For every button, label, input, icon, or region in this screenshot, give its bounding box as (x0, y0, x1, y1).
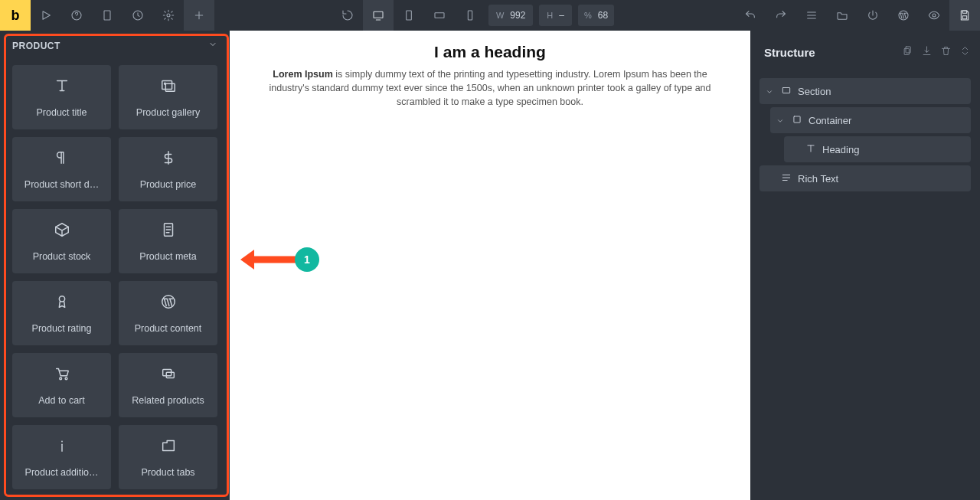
paragraph-icon (54, 149, 70, 168)
tablet-landscape-breakpoint[interactable] (424, 0, 455, 31)
related-products-card[interactable]: Related products (119, 353, 217, 417)
height-field[interactable]: H – (539, 5, 572, 26)
width-field[interactable]: W 992 (488, 5, 533, 26)
product-short-desc-card[interactable]: Product short d… (12, 137, 111, 201)
product-additional-card[interactable]: Product additio… (12, 425, 111, 489)
svg-rect-26 (782, 87, 789, 93)
settings-button[interactable] (153, 0, 184, 31)
height-value: – (559, 10, 564, 21)
reload-button[interactable] (332, 0, 363, 31)
folder-button[interactable] (827, 0, 858, 31)
card-label: Product tabs (135, 467, 201, 478)
collapse-icon[interactable] (959, 45, 971, 59)
tablet-portrait-breakpoint[interactable] (394, 0, 424, 31)
box-icon (54, 221, 70, 240)
svg-point-19 (59, 377, 61, 380)
trash-icon[interactable] (940, 45, 952, 59)
logo[interactable]: b (0, 0, 31, 31)
download-icon[interactable] (921, 45, 933, 59)
elements-panel: PRODUCT Product title Product gallery Pr… (0, 31, 230, 500)
card-label: Product meta (133, 251, 202, 262)
product-content-card[interactable]: Product content (119, 281, 217, 345)
preview-button[interactable] (919, 0, 949, 31)
height-label: H (547, 11, 553, 20)
chevron-down-icon (766, 87, 775, 96)
product-title-card[interactable]: Product title (12, 65, 111, 129)
receipt-icon (160, 221, 177, 240)
product-meta-card[interactable]: Product meta (119, 209, 217, 273)
card-label: Product price (134, 179, 203, 190)
width-label: W (496, 11, 504, 20)
main-area: PRODUCT Product title Product gallery Pr… (0, 31, 980, 500)
tb-center-group: W 992 H – % 68 (332, 0, 617, 31)
card-label: Add to cart (32, 395, 90, 406)
cart-icon (54, 365, 70, 384)
undo-button[interactable] (735, 0, 766, 31)
card-label: Product rating (26, 323, 98, 334)
canvas-text-rest: is simply dummy text of the printing and… (269, 69, 710, 107)
richtext-icon (781, 172, 792, 185)
svg-rect-14 (165, 83, 175, 91)
card-label: Related products (126, 395, 211, 406)
annotation: 1 (237, 247, 319, 273)
info-icon (54, 437, 70, 456)
tb-right-group (735, 0, 980, 31)
svg-point-15 (164, 83, 165, 84)
tree-richtext[interactable]: Rich Text (760, 165, 971, 191)
canvas-inner: I am a heading Lorem Ipsum is simply dum… (230, 31, 750, 115)
svg-point-17 (59, 296, 64, 301)
svg-rect-5 (374, 11, 383, 18)
tabs-icon (160, 437, 177, 456)
svg-rect-22 (166, 372, 174, 377)
card-label: Product stock (27, 251, 97, 262)
power-button[interactable] (858, 0, 888, 31)
list-button[interactable] (796, 0, 827, 31)
card-label: Product gallery (130, 107, 206, 118)
svg-rect-12 (962, 16, 966, 19)
svg-rect-27 (794, 116, 800, 122)
product-stock-card[interactable]: Product stock (12, 209, 111, 273)
overlap-icon (160, 365, 177, 384)
svg-rect-13 (162, 80, 172, 89)
revisions-button[interactable] (122, 0, 153, 31)
add-element-button[interactable] (184, 0, 214, 31)
canvas-paragraph[interactable]: Lorem Ipsum is simply dummy text of the … (260, 67, 720, 109)
product-gallery-card[interactable]: Product gallery (119, 65, 217, 129)
chevron-down-icon (208, 40, 217, 51)
tree-label: Heading (822, 144, 859, 155)
svg-point-20 (65, 377, 67, 380)
chevron-down-icon (776, 116, 786, 125)
tree-section[interactable]: Section (760, 78, 971, 104)
gallery-icon (160, 77, 177, 96)
zoom-value: 68 (598, 10, 608, 21)
desktop-breakpoint[interactable] (363, 0, 394, 31)
mobile-breakpoint[interactable] (455, 0, 485, 31)
svg-rect-11 (962, 11, 966, 13)
canvas-text-strong: Lorem Ipsum (273, 69, 333, 80)
card-label: Product title (30, 107, 93, 118)
copy-icon[interactable] (902, 45, 913, 59)
svg-rect-6 (407, 11, 412, 20)
top-toolbar: b W 992 H – % 68 (0, 0, 980, 31)
product-price-card[interactable]: Product price (119, 137, 217, 201)
redo-button[interactable] (766, 0, 796, 31)
product-tabs-card[interactable]: Product tabs (119, 425, 217, 489)
tree-label: Rich Text (798, 173, 838, 185)
container-icon (792, 114, 802, 127)
canvas-heading[interactable]: I am a heading (260, 43, 720, 61)
svg-point-10 (933, 14, 936, 17)
panel-header[interactable]: PRODUCT (0, 31, 230, 57)
tree-container[interactable]: Container (770, 107, 971, 133)
svg-point-4 (167, 14, 170, 17)
pages-button[interactable] (92, 0, 122, 31)
wordpress-button[interactable] (888, 0, 919, 31)
tree-heading[interactable]: Heading (784, 136, 971, 162)
add-to-cart-card[interactable]: Add to cart (12, 353, 111, 417)
product-rating-card[interactable]: Product rating (12, 281, 111, 345)
card-label: Product short d… (18, 179, 105, 190)
help-button[interactable] (61, 0, 92, 31)
editor-canvas[interactable]: I am a heading Lorem Ipsum is simply dum… (230, 31, 750, 500)
zoom-field[interactable]: % 68 (578, 5, 614, 26)
save-button[interactable] (949, 0, 980, 31)
play-button[interactable] (31, 0, 61, 31)
